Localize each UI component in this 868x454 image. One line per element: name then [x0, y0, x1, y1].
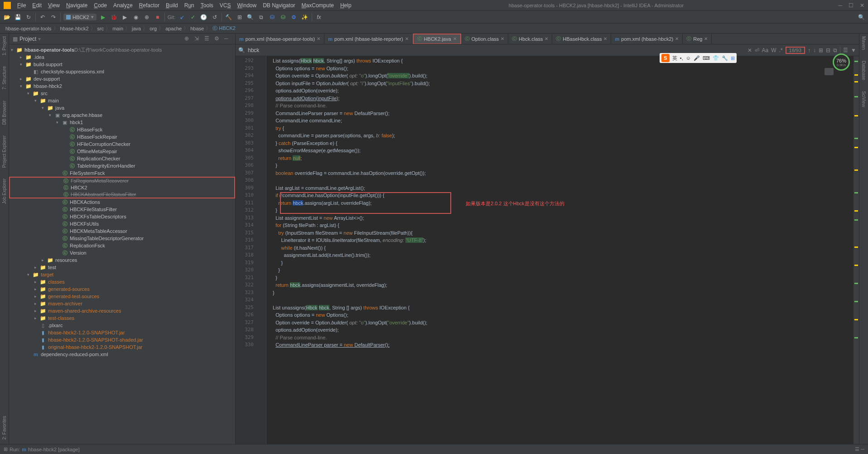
ime-lang[interactable]: 英: [672, 55, 677, 62]
tab-close-icon[interactable]: ✕: [675, 36, 679, 41]
crumb-1[interactable]: hbase-hbck2: [58, 26, 91, 31]
crumb-4[interactable]: java: [130, 26, 143, 31]
tree-item[interactable]: ▸📁test: [9, 264, 235, 271]
tree-item[interactable]: ▯.plxarc: [9, 322, 235, 329]
tab-close-icon[interactable]: ✕: [545, 36, 548, 41]
settings2-icon[interactable]: ☰: [843, 47, 848, 53]
ime-grid-icon[interactable]: ⊞: [731, 55, 735, 61]
tool-sciview[interactable]: SciView: [861, 90, 866, 108]
minimize-icon[interactable]: ─: [838, 2, 842, 9]
status-gear-icon[interactable]: ☰ ─: [855, 446, 864, 452]
tree-item[interactable]: ⓒOfflineMetaRepair: [9, 148, 235, 155]
profile-icon[interactable]: ◉: [132, 13, 140, 21]
next-match-icon[interactable]: ↓: [813, 47, 816, 53]
git-history-icon[interactable]: 🕐: [200, 13, 208, 21]
tree-item[interactable]: ⓒHBCKFsTableDescriptors: [9, 213, 235, 220]
menu-analyze[interactable]: Analyze: [111, 1, 135, 10]
tree-item[interactable]: ▮hbase-hbck2-1.2.0-SNAPSHOT-shaded.jar: [9, 336, 235, 343]
collapse-icon[interactable]: ☰: [204, 35, 212, 43]
tree-item[interactable]: ⓒTableIntegrityErrorHandler: [9, 162, 235, 169]
db2-icon[interactable]: ⛁: [279, 13, 287, 21]
tool-structure[interactable]: 7: Structure: [2, 65, 7, 91]
db-icon[interactable]: ⛁: [268, 13, 276, 21]
editor-tab[interactable]: ⓒOption.class✕: [461, 34, 509, 44]
tree-item[interactable]: ▸📁dev-support: [9, 75, 235, 82]
editor-tab[interactable]: mpom.xml (hbase-table-reporter)✕: [324, 34, 412, 44]
settings-icon[interactable]: ⚙: [290, 13, 298, 21]
tree-item[interactable]: ▾▣org.apache.hbase: [9, 111, 235, 119]
tree-item[interactable]: ▸📁.idea: [9, 53, 235, 61]
newline-icon[interactable]: ⏎: [755, 47, 759, 53]
tree-item[interactable]: ▸📁generated-test-sources: [9, 293, 235, 300]
network-metric[interactable]: 76% 0.9K/s: [833, 53, 850, 71]
tool-maven[interactable]: Maven: [861, 35, 866, 51]
tree-item[interactable]: ▸📁maven-archiver: [9, 300, 235, 307]
ime-skin-icon[interactable]: 👕: [713, 55, 719, 61]
project-tree[interactable]: ▾📁hbase-operator-tools D:\工作\workCode\hb…: [9, 44, 235, 444]
find-all-icon[interactable]: ⧉: [833, 47, 837, 53]
word-icon[interactable]: W: [771, 47, 776, 53]
tool-favorites[interactable]: 2: Favorites: [2, 415, 7, 440]
ime-emoji-icon[interactable]: ☺: [686, 55, 691, 61]
git-update-icon[interactable]: ↙: [178, 13, 186, 21]
tree-item[interactable]: ▸📁resources: [9, 256, 235, 264]
tool-window-icon[interactable]: ⊞: [4, 446, 8, 452]
hide-icon[interactable]: ─: [224, 35, 231, 43]
tree-item[interactable]: ⓒHFileCorruptionChecker: [9, 140, 235, 148]
editor-tab[interactable]: ⓒHBaseHbck.class✕: [552, 34, 611, 44]
tab-close-icon[interactable]: ✕: [704, 36, 708, 41]
select-all-icon[interactable]: ⊞: [819, 47, 823, 53]
tree-item[interactable]: ▸📁classes: [9, 278, 235, 285]
save-icon[interactable]: 💾: [14, 13, 22, 21]
tree-item[interactable]: ⓒHBaseFsckRepair: [9, 133, 235, 140]
debug-icon[interactable]: 🐞: [110, 13, 118, 21]
tree-item[interactable]: ⓒHBaseFsck: [9, 126, 235, 133]
menu-maxcompute[interactable]: MaxCompute: [299, 1, 337, 10]
crumb-6[interactable]: apache: [164, 26, 183, 31]
tool-job-explorer[interactable]: Job Explorer: [2, 178, 7, 205]
menu-tools[interactable]: Tools: [198, 1, 216, 10]
tree-item[interactable]: ▸📁maven-shared-archive-resources: [9, 307, 235, 314]
tree-item[interactable]: ⓒMissingTableDescriptorGenerator: [9, 235, 235, 242]
tree-item[interactable]: ▾📁target: [9, 271, 235, 278]
search-icon[interactable]: 🔍: [857, 13, 865, 21]
close-icon[interactable]: ✕: [860, 2, 864, 9]
search-everywhere-icon[interactable]: 🔍: [246, 13, 255, 21]
tree-item[interactable]: ⓒReplicationFsck: [9, 242, 235, 249]
status-run-config[interactable]: hbase-hbck2 [package]: [28, 447, 80, 452]
tree-item[interactable]: ▾▣hbck1: [9, 119, 235, 126]
menu-dbnav[interactable]: DB Navigator: [260, 1, 298, 10]
tree-root[interactable]: ▾📁hbase-operator-tools D:\工作\workCode\hb…: [9, 46, 235, 53]
undo-icon[interactable]: ↶: [39, 13, 47, 21]
editor-tab[interactable]: mpom.xml (hbase-operator-tools)✕: [236, 34, 324, 44]
git-rollback-icon[interactable]: ↺: [211, 13, 219, 21]
filter-icon[interactable]: ▼: [851, 47, 856, 53]
case-icon[interactable]: Aa: [762, 47, 769, 53]
editor-tab[interactable]: ⓒHBCK2.java✕: [413, 34, 461, 44]
tree-item[interactable]: ▾📁hbase-hbck2: [9, 82, 235, 90]
tree-item[interactable]: mdependency-reduced-pom.xml: [9, 351, 235, 358]
open-icon[interactable]: 📂: [3, 13, 11, 21]
select-opened-icon[interactable]: ⊕: [184, 35, 192, 43]
ime-punct[interactable]: •,: [680, 55, 683, 61]
prev-match-icon[interactable]: ↑: [808, 47, 810, 53]
tree-item[interactable]: ⓒHBCKActions: [9, 198, 235, 206]
editor-tab[interactable]: mpom.xml (hbase-hbck2)✕: [611, 34, 683, 44]
menu-edit[interactable]: Edit: [29, 1, 44, 10]
tree-item[interactable]: ▸📁test-classes: [9, 314, 235, 322]
tool-dbbrowser[interactable]: DB Browser: [2, 100, 7, 126]
menu-build[interactable]: Build: [163, 1, 181, 10]
bookmark-icon[interactable]: ⧉: [257, 13, 265, 21]
tree-item[interactable]: ▾📁main: [9, 97, 235, 104]
git-commit-icon[interactable]: ✓: [189, 13, 197, 21]
clear-search-icon[interactable]: ✕: [747, 47, 752, 53]
tree-item[interactable]: ⓒFsRegionsMetaRecoverer: [9, 177, 235, 184]
tree-item[interactable]: ⓒFileSystemFsck: [9, 169, 235, 177]
tree-item[interactable]: ▾📁java: [9, 104, 235, 111]
tool-project-explorer[interactable]: Project Explorer: [2, 135, 7, 169]
menu-code[interactable]: Code: [91, 1, 110, 10]
tree-item[interactable]: ▸📁generated-sources: [9, 285, 235, 293]
sogou-icon[interactable]: S: [661, 54, 670, 62]
code-content[interactable]: List assigns(Hbck hbck, String[] args) t…: [266, 56, 854, 444]
menu-help[interactable]: Help: [338, 1, 354, 10]
